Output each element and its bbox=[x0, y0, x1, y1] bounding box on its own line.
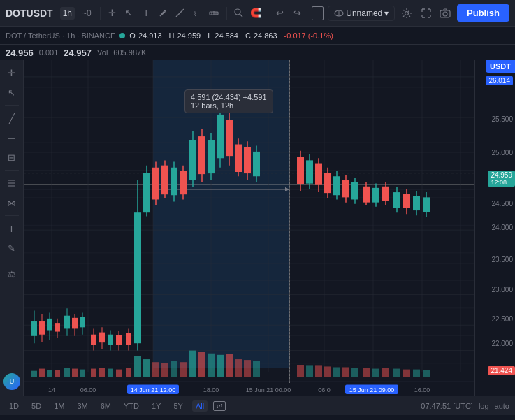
period-3m[interactable]: 3M bbox=[73, 400, 91, 412]
period-5d[interactable]: 5D bbox=[28, 400, 45, 412]
svg-rect-118 bbox=[31, 371, 37, 377]
svg-rect-131 bbox=[143, 359, 150, 377]
svg-rect-151 bbox=[363, 368, 370, 377]
svg-rect-130 bbox=[134, 356, 141, 377]
compare-icon[interactable] bbox=[213, 401, 226, 411]
svg-rect-53 bbox=[91, 335, 96, 345]
measure-icon[interactable] bbox=[208, 6, 220, 21]
draw-line-icon[interactable]: ╱ bbox=[3, 110, 20, 126]
svg-rect-143 bbox=[253, 361, 260, 377]
layout-icon[interactable] bbox=[312, 6, 324, 20]
arrow-tool-icon[interactable]: ↖ bbox=[3, 84, 20, 101]
timeframe-btn[interactable]: 1h bbox=[60, 7, 75, 20]
svg-rect-153 bbox=[382, 368, 389, 377]
svg-rect-155 bbox=[403, 370, 410, 377]
chart-area[interactable]: 4.591 (24.434) +4.591 12 bars, 12h bbox=[24, 60, 474, 396]
period-1d[interactable]: 1D bbox=[6, 400, 22, 412]
text-tool-icon[interactable]: T bbox=[3, 220, 20, 237]
settings-icon[interactable] bbox=[399, 4, 414, 22]
arrow-icon[interactable]: ↖ bbox=[123, 6, 136, 21]
period-1m[interactable]: 1M bbox=[50, 400, 68, 412]
svg-text:18:00: 18:00 bbox=[203, 386, 219, 393]
svg-rect-83 bbox=[226, 120, 233, 156]
svg-rect-138 bbox=[208, 354, 215, 377]
magnet-icon[interactable]: 🧲 bbox=[249, 6, 262, 21]
pattern-icon[interactable]: ⋈ bbox=[3, 194, 20, 211]
svg-rect-107 bbox=[372, 188, 379, 203]
zoom-icon[interactable] bbox=[232, 6, 245, 21]
line-icon[interactable] bbox=[174, 6, 187, 21]
svg-rect-39 bbox=[31, 321, 37, 336]
price-step: 0.001 bbox=[39, 48, 59, 57]
svg-rect-73 bbox=[180, 171, 187, 194]
svg-text:15 Jun 21  00:00: 15 Jun 21 00:00 bbox=[246, 386, 291, 393]
svg-rect-109 bbox=[382, 187, 389, 201]
vol-label: Vol bbox=[97, 48, 108, 57]
note-icon[interactable]: ✎ bbox=[3, 240, 20, 256]
price-21424: 21.424 bbox=[488, 366, 515, 375]
publish-button[interactable]: Publish bbox=[457, 4, 509, 22]
svg-rect-147 bbox=[324, 366, 331, 377]
svg-rect-61 bbox=[126, 333, 131, 345]
svg-rect-140 bbox=[226, 354, 233, 377]
sep1 bbox=[100, 7, 101, 20]
redo-icon[interactable]: ↪ bbox=[291, 6, 303, 21]
low-val: L24.584 bbox=[208, 31, 241, 40]
svg-rect-156 bbox=[413, 370, 420, 377]
cursor-icon[interactable]: ✛ bbox=[3, 64, 20, 81]
crosshair-icon[interactable]: ✛ bbox=[106, 6, 119, 21]
svg-rect-115 bbox=[413, 196, 420, 210]
period-6m[interactable]: 6M bbox=[97, 400, 115, 412]
svg-rect-63 bbox=[134, 212, 141, 343]
price-24500: 24.500 bbox=[491, 200, 513, 208]
lt-sep2 bbox=[5, 170, 19, 171]
svg-rect-49 bbox=[72, 318, 78, 329]
svg-text:06:00: 06:00 bbox=[80, 386, 96, 393]
price-23500: 23.500 bbox=[491, 256, 513, 263]
right-price-axis: USDT 26.014 25.500 25.000 24.959 12:08 2… bbox=[474, 60, 515, 396]
svg-point-10 bbox=[405, 11, 409, 15]
svg-rect-137 bbox=[198, 352, 205, 377]
fullscreen-icon[interactable] bbox=[419, 4, 434, 22]
svg-line-0 bbox=[176, 9, 184, 17]
period-5y[interactable]: 5Y bbox=[170, 400, 186, 412]
svg-rect-145 bbox=[306, 365, 313, 377]
price-22000: 22.000 bbox=[491, 340, 513, 347]
svg-rect-89 bbox=[253, 152, 260, 176]
horizontal-icon[interactable]: ─ bbox=[3, 129, 20, 146]
chart-svg: 14 06:00 14 Jun 21 12:00 18:00 15 Jun 21… bbox=[24, 60, 474, 396]
unnamed-btn[interactable]: Unnamed ▾ bbox=[328, 6, 395, 21]
price-22500: 22.500 bbox=[491, 315, 513, 323]
camera-icon[interactable] bbox=[437, 4, 453, 22]
svg-rect-157 bbox=[423, 370, 430, 377]
undo-icon[interactable]: ↩ bbox=[274, 6, 286, 21]
svg-rect-75 bbox=[189, 140, 196, 180]
brush-icon[interactable] bbox=[157, 6, 169, 21]
price-24000: 24.000 bbox=[491, 224, 513, 231]
svg-line-7 bbox=[240, 14, 242, 17]
svg-rect-59 bbox=[116, 335, 122, 345]
measure-tool-icon[interactable]: ⚖ bbox=[3, 266, 20, 282]
indicator-btn[interactable]: ~0 bbox=[79, 7, 94, 20]
chart-container: ✛ ↖ ╱ ─ ⊟ ⋈ T ✎ ⚖ U 4.591 (24.434) +4.59… bbox=[0, 60, 515, 396]
period-all[interactable]: All bbox=[192, 400, 208, 412]
fibonacci-icon[interactable]: ⌇ bbox=[191, 6, 203, 21]
lt-sep4 bbox=[5, 261, 19, 261]
log-toggle[interactable]: log bbox=[479, 402, 489, 410]
svg-rect-129 bbox=[126, 368, 131, 377]
text-icon[interactable]: T bbox=[140, 6, 152, 21]
info-row: DOT / TetherUS · 1h · BINANCE O24.913 H2… bbox=[0, 27, 515, 45]
pair-label: DOT / TetherUS · 1h · BINANCE bbox=[6, 31, 115, 40]
svg-rect-45 bbox=[55, 323, 60, 331]
usdt-badge[interactable]: USDT bbox=[486, 60, 515, 73]
svg-text:14 Jun 21  12:00: 14 Jun 21 12:00 bbox=[131, 386, 175, 393]
svg-rect-67 bbox=[152, 168, 159, 200]
auto-toggle[interactable]: auto bbox=[495, 402, 509, 410]
fib-tool-icon[interactable] bbox=[3, 175, 20, 191]
svg-rect-124 bbox=[80, 370, 85, 377]
channel-icon[interactable]: ⊟ bbox=[3, 149, 20, 166]
user-avatar[interactable]: U bbox=[3, 373, 20, 390]
period-1y[interactable]: 1Y bbox=[148, 400, 164, 412]
period-ytd[interactable]: YTD bbox=[120, 400, 143, 412]
svg-rect-125 bbox=[91, 369, 96, 377]
